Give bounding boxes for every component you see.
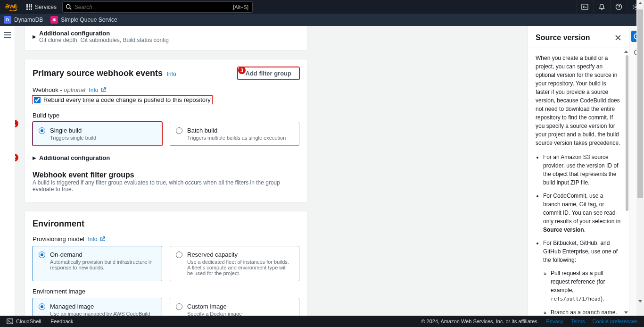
managed-image-desc: Use an image managed by AWS CodeBuild (50, 311, 150, 316)
webhook-card: Primary source webhook events Info Add f… (25, 59, 307, 202)
sqs-icon: ✱ (50, 16, 58, 24)
add-filter-group-button[interactable]: Add filter group (238, 67, 300, 80)
single-build-title: Single build (50, 127, 96, 134)
batch-build-option[interactable]: Batch build Triggers multiple builds as … (170, 122, 299, 146)
help-scrollbar-thumb[interactable] (626, 55, 628, 211)
managed-image-option[interactable]: Managed image Use an image managed by AW… (33, 298, 162, 316)
scroll-down-arrow-icon[interactable] (638, 300, 642, 302)
environment-card: Environment Provisioning model Info On-d… (25, 211, 307, 316)
radio-icon (39, 252, 45, 258)
caret-right-icon: ▶ (33, 155, 36, 160)
services-menu[interactable]: Services (23, 0, 60, 14)
services-label: Services (35, 4, 57, 10)
grid-icon (26, 4, 32, 10)
footer: CloudShell Feedback © 2024, Amazon Web S… (0, 316, 644, 327)
help-panel-body: When you create a build or a project, yo… (528, 48, 629, 316)
help-bullet-s3: For an Amazon S3 source provider, use th… (543, 153, 621, 187)
terms-link[interactable]: Terms (571, 319, 585, 324)
svg-line-1 (70, 8, 71, 9)
reserved-title: Reserved capacity (187, 251, 293, 258)
annotation-3: 3 (238, 67, 246, 74)
cookie-preferences-link[interactable]: Cookie preferences (593, 319, 637, 324)
provisioning-info-link[interactable]: Info (88, 236, 97, 243)
feedback-link[interactable]: Feedback (50, 319, 73, 324)
filter-groups-heading: Webhook event filter groups (33, 171, 299, 179)
fav-dynamodb[interactable]: D DynamoDB (0, 14, 47, 26)
custom-image-option[interactable]: Custom image Specify a Docker image (170, 298, 299, 316)
caret-right-icon: ▶ (33, 34, 36, 39)
help-icon[interactable] (610, 0, 627, 14)
radio-icon (39, 127, 45, 134)
aws-logo[interactable] (0, 3, 23, 11)
webhook-heading: Primary source webhook events (33, 68, 163, 78)
page-scrollbar-thumb[interactable] (637, 9, 643, 198)
help-subbullet-branch: Branch as a branch name. (551, 308, 621, 316)
cloudshell-button[interactable]: CloudShell (7, 318, 41, 325)
webhook-info-link-2[interactable]: Info (89, 87, 98, 93)
additional-configuration-expander-2[interactable]: ▶ Additional configuration (33, 154, 299, 161)
radio-icon (176, 303, 182, 310)
rebuild-checkbox-row[interactable]: Rebuild every time a code change is push… (33, 96, 212, 104)
svg-point-0 (66, 5, 70, 8)
help-bullet-codecommit: For CodeCommit, use a branch name, Git t… (543, 192, 621, 234)
sidebar-collapsed (0, 26, 15, 316)
page-scrollbar-track[interactable] (636, 0, 644, 316)
scroll-up-arrow-icon[interactable] (638, 2, 642, 4)
search-shortcut: [Alt+S] (233, 4, 248, 10)
radio-icon (176, 127, 182, 134)
ondemand-title: On-demand (50, 251, 156, 258)
annotation-2: 2 (15, 154, 18, 161)
managed-image-title: Managed image (50, 303, 150, 310)
reserved-option[interactable]: Reserved capacity Use a dedicated fleet … (170, 246, 299, 281)
help-bullet-git-providers: For Bitbucket, GitHub, and GitHub Enterp… (543, 239, 621, 316)
favorites-bar: D DynamoDB ✱ Simple Queue Service (0, 14, 644, 26)
rebuild-checkbox[interactable] (34, 97, 41, 103)
close-icon[interactable] (615, 34, 621, 41)
notifications-icon[interactable] (593, 0, 610, 14)
scroll-down-arrow-icon[interactable] (624, 311, 628, 314)
rebuild-checkbox-label: Rebuild every time a code change is push… (43, 96, 211, 103)
batch-build-desc: Triggers multiple builds as single execu… (187, 135, 286, 141)
privacy-link[interactable]: Privacy (546, 319, 563, 324)
fav-sqs[interactable]: ✱ Simple Queue Service (47, 14, 121, 26)
reserved-desc: Use a dedicated fleet of instances for b… (187, 259, 293, 276)
environment-image-label: Environment image (33, 288, 299, 295)
cloudshell-icon[interactable] (576, 0, 593, 14)
radio-icon (176, 252, 182, 258)
hamburger-icon[interactable] (4, 32, 11, 316)
fav-sqs-label: Simple Queue Service (61, 17, 117, 23)
help-paragraph-1: When you create a build or a project, yo… (536, 54, 621, 147)
help-panel-title: Source version (536, 34, 590, 42)
build-type-label: Build type (33, 112, 299, 119)
webhook-field-label: Webhook - optional Info (33, 86, 299, 94)
single-build-desc: Triggers single build (50, 135, 96, 141)
single-build-option[interactable]: Single build Triggers single build (33, 122, 162, 146)
external-link-icon (100, 236, 105, 243)
scroll-up-arrow-icon[interactable] (624, 50, 628, 53)
batch-build-title: Batch build (187, 127, 286, 134)
top-nav: Services [Alt+S] (0, 0, 644, 14)
additional-configuration-label-2: Additional configuration (39, 154, 110, 161)
ondemand-option[interactable]: On-demand Automatically provision build … (33, 246, 162, 281)
cloudshell-label: CloudShell (16, 319, 41, 324)
main-content: ▶ Additional configuration Git clone dep… (15, 26, 528, 316)
source-card-partial: ▶ Additional configuration Git clone dep… (25, 26, 307, 50)
dynamodb-icon: D (4, 16, 11, 24)
external-link-icon (101, 87, 106, 94)
provisioning-model-label: Provisioning model Info (33, 235, 299, 243)
radio-icon (39, 303, 45, 310)
search-icon (66, 4, 72, 10)
help-subbullet-pr: Pull request as a pull request reference… (551, 269, 621, 303)
ondemand-desc: Automatically provision build infrastruc… (50, 259, 156, 270)
filter-groups-desc: A build is triggered if any filter group… (33, 179, 299, 193)
annotation-1: 1 (15, 120, 18, 127)
additional-configuration-label: Additional configuration (39, 30, 169, 37)
custom-image-title: Custom image (187, 303, 242, 310)
search-box[interactable]: [Alt+S] (62, 1, 253, 13)
webhook-info-link[interactable]: Info (167, 71, 176, 77)
search-input[interactable] (74, 4, 233, 10)
custom-image-desc: Specify a Docker image (187, 311, 242, 316)
nav-icons (576, 0, 644, 14)
additional-configuration-expander[interactable]: ▶ Additional configuration Git clone dep… (33, 30, 299, 43)
additional-configuration-desc: Git clone depth, Git submodules, Build s… (39, 37, 169, 43)
